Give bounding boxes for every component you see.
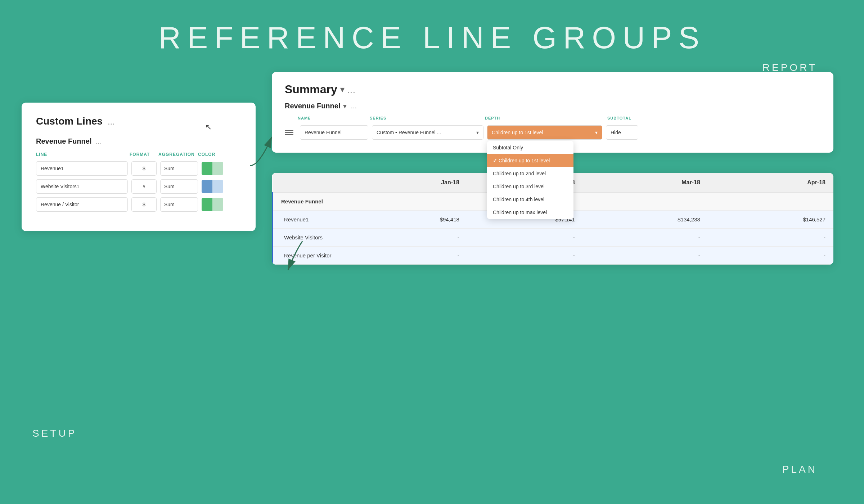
- table-row-revenue-per-visitor: Revenue per Visitor - - - -: [273, 247, 833, 265]
- th-label: [273, 173, 352, 193]
- dropdown-item-max-level[interactable]: Children up to max level: [487, 206, 573, 219]
- col-color-header: COLOR: [198, 152, 223, 157]
- agg-input-3[interactable]: [160, 197, 198, 212]
- col-series-header: SERIES: [370, 116, 485, 120]
- agg-input-1[interactable]: [160, 161, 198, 176]
- dropdown-item-2nd-level[interactable]: Children up to 2nd level: [487, 167, 573, 180]
- report-title: Summary ▾ ...: [285, 83, 820, 96]
- table-row-website-visitors: Website Visitors - - - -: [273, 229, 833, 247]
- color-swatch-3[interactable]: [202, 198, 223, 211]
- td-rf-apr: [708, 193, 833, 211]
- td-wv-jan: -: [352, 229, 467, 247]
- td-wv-feb: -: [467, 229, 583, 247]
- col-format-header: FORMAT: [130, 152, 158, 157]
- td-rf-mar: [583, 193, 708, 211]
- line-row-2: [36, 179, 241, 194]
- col-depth-header: DEPTH: [485, 116, 607, 120]
- title-chevron[interactable]: ▾: [340, 85, 344, 94]
- color-left-3: [202, 198, 212, 211]
- hamburger-icon[interactable]: [285, 130, 293, 135]
- row-name-input[interactable]: [300, 125, 368, 140]
- page-title: REFERENCE LINE GROUPS: [0, 0, 864, 55]
- agg-input-2[interactable]: [160, 179, 198, 194]
- setup-card-title: Custom Lines ...: [36, 116, 241, 127]
- color-right-1: [212, 162, 223, 175]
- td-rpv-label: Revenue per Visitor: [273, 247, 352, 265]
- label-setup: SETUP: [32, 428, 77, 439]
- td-revenue1-label: Revenue1: [273, 211, 352, 229]
- depth-container: Children up to 1st level ▾ Subtotal Only…: [487, 125, 602, 140]
- color-right-3: [212, 198, 223, 211]
- report-card-top: Summary ▾ ... Revenue Funnel ▾ ... NAME …: [272, 72, 833, 153]
- color-left-2: [202, 180, 212, 193]
- td-rpv-feb: -: [467, 247, 583, 265]
- depth-dropdown-trigger[interactable]: Children up to 1st level ▾: [487, 125, 602, 140]
- color-swatch-2[interactable]: [202, 180, 223, 193]
- format-input-1[interactable]: [131, 161, 157, 176]
- setup-col-headers: LINE FORMAT AGGREGATION COLOR: [36, 152, 241, 157]
- th-jan: Jan-18: [352, 173, 467, 193]
- subtotal-input[interactable]: [606, 125, 638, 140]
- report-row-1: Custom • Revenue Funnel ... ▾ Children u…: [285, 125, 820, 140]
- td-r1-jan: $94,418: [352, 211, 467, 229]
- line-input-1[interactable]: [36, 161, 128, 176]
- td-r1-apr: $146,527: [708, 211, 833, 229]
- line-input-2[interactable]: [36, 179, 128, 194]
- td-revenue-funnel-label: Revenue Funnel: [273, 193, 352, 211]
- section-chevron[interactable]: ▾: [343, 102, 346, 110]
- td-rpv-jan: -: [352, 247, 467, 265]
- dropdown-item-1st-level[interactable]: Children up to 1st level: [487, 154, 573, 167]
- setup-section-label: Revenue Funnel ...: [36, 137, 241, 145]
- dropdown-item-3rd-level[interactable]: Children up to 3rd level: [487, 180, 573, 193]
- dropdown-item-4th-level[interactable]: Children up to 4th level: [487, 193, 573, 206]
- td-rpv-mar: -: [583, 247, 708, 265]
- td-wv-label: Website Visitors: [273, 229, 352, 247]
- format-input-2[interactable]: [131, 179, 157, 194]
- setup-card: Custom Lines ... Revenue Funnel ... LINE…: [22, 103, 256, 231]
- depth-dropdown-menu: Subtotal Only Children up to 1st level C…: [487, 141, 573, 219]
- report-section-label: Revenue Funnel ▾ ...: [285, 102, 820, 110]
- series-chevron-icon: ▾: [476, 130, 479, 135]
- label-plan: PLAN: [782, 464, 817, 475]
- td-wv-apr: -: [708, 229, 833, 247]
- line-input-3[interactable]: [36, 197, 128, 212]
- line-row-1: [36, 161, 241, 176]
- format-input-3[interactable]: [131, 197, 157, 212]
- td-r1-mar: $134,233: [583, 211, 708, 229]
- col-name-header: NAME: [298, 116, 370, 120]
- col-line-header: LINE: [36, 152, 130, 157]
- th-apr: Apr-18: [708, 173, 833, 193]
- report-col-headers: NAME SERIES DEPTH SUBTOTAL: [285, 116, 820, 122]
- td-rpv-apr: -: [708, 247, 833, 265]
- series-dropdown[interactable]: Custom • Revenue Funnel ... ▾: [372, 125, 483, 140]
- color-left-1: [202, 162, 212, 175]
- col-aggregation-header: AGGREGATION: [158, 152, 198, 157]
- line-row-3: [36, 197, 241, 212]
- depth-chevron-icon: ▾: [595, 130, 598, 135]
- td-wv-mar: -: [583, 229, 708, 247]
- td-rf-jan: [352, 193, 467, 211]
- color-right-2: [212, 180, 223, 193]
- color-swatch-1[interactable]: [202, 162, 223, 175]
- col-subtotal-header: SUBTOTAL: [607, 116, 643, 120]
- th-mar: Mar-18: [583, 173, 708, 193]
- dropdown-item-subtotal-only[interactable]: Subtotal Only: [487, 141, 573, 154]
